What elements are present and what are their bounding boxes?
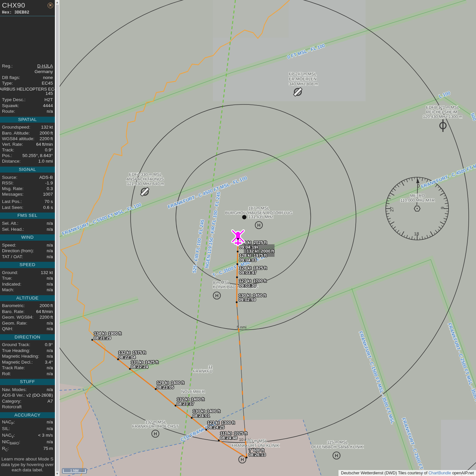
svg-text:1 NM: 1 NM bbox=[70, 469, 78, 473]
svg-text:18: 18 bbox=[414, 231, 419, 236]
svg-text:08:21:29: 08:21:29 bbox=[94, 336, 111, 340]
svg-text:131 kt 1425 ft: 131 kt 1425 ft bbox=[131, 360, 159, 365]
svg-text:EDFB 121 m MSL: EDFB 121 m MSL bbox=[426, 105, 459, 110]
svg-text:132 kt 1400 ft: 132 kt 1400 ft bbox=[177, 397, 205, 402]
svg-text:120.430 MHz 1300 m: 120.430 MHz 1300 m bbox=[423, 114, 462, 119]
svg-text:EDFA 330 m MSL: EDFA 330 m MSL bbox=[129, 172, 162, 177]
svg-text:09:02:59: 09:02:59 bbox=[239, 297, 256, 302]
svg-text:187 m MSL: 187 m MSL bbox=[248, 206, 269, 211]
svg-text:OFFENBACH SANA-KLINIK: OFFENBACH SANA-KLINIK bbox=[311, 445, 364, 449]
svg-text:H: H bbox=[257, 222, 260, 228]
svg-text:ER-MOERLEN: ER-MOERLEN bbox=[289, 77, 316, 81]
svg-text:08:22:04: 08:22:04 bbox=[118, 355, 136, 360]
svg-text:115 m MSL: 115 m MSL bbox=[327, 440, 348, 445]
svg-text:H: H bbox=[335, 453, 338, 458]
svg-text:REICHELSHEIM: REICHELSHEIM bbox=[426, 110, 457, 114]
svg-text:08:23:37: 08:23:37 bbox=[177, 401, 194, 406]
svg-text:132 kt 1575 ft: 132 kt 1575 ft bbox=[118, 350, 146, 355]
svg-text:09:04:19: 09:04:19 bbox=[239, 245, 257, 250]
svg-text:27: 27 bbox=[389, 207, 394, 212]
svg-text:131.435 MHz: 131.435 MHz bbox=[249, 215, 273, 219]
svg-text:128 kt 1975 ft: 128 kt 1975 ft bbox=[239, 253, 267, 258]
svg-text:FRANKFURT HOECHST: FRANKFURT HOECHST bbox=[132, 424, 178, 429]
svg-text:128 kt 1825 ft: 128 kt 1825 ft bbox=[239, 265, 267, 270]
svg-text:134 kt 1900 ft: 134 kt 1900 ft bbox=[94, 331, 122, 336]
svg-text:340 MHz 808 m: 340 MHz 808 m bbox=[289, 82, 318, 86]
svg-text:FP 247 m MSL: FP 247 m MSL bbox=[289, 72, 316, 76]
svg-text:132 m MSL: 132 m MSL bbox=[145, 420, 166, 424]
svg-text:08:22:24: 08:22:24 bbox=[131, 364, 148, 369]
svg-text:H: H bbox=[241, 457, 244, 462]
svg-text:08:23:05: 08:23:05 bbox=[157, 385, 174, 390]
svg-text:H: H bbox=[215, 293, 218, 298]
svg-text:NOVEMBER: NOVEMBER bbox=[181, 389, 205, 394]
svg-text:127 kt 1700 ft: 127 kt 1700 ft bbox=[239, 278, 267, 283]
svg-text:FRANKFU: FRANKFU bbox=[193, 369, 213, 374]
svg-text:09:04:03: 09:04:03 bbox=[239, 258, 257, 262]
svg-text:09:03:47: 09:03:47 bbox=[239, 270, 257, 275]
svg-text:H: H bbox=[154, 431, 157, 436]
svg-text:11: 11 bbox=[208, 365, 213, 369]
svg-text:130 kt 1400 ft: 130 kt 1400 ft bbox=[193, 409, 220, 414]
svg-text:08:24:01: 08:24:01 bbox=[193, 413, 210, 418]
svg-text:FRANKFURT UNI-KLINIK: FRANKFURT UNI-KLINIK bbox=[232, 443, 280, 448]
svg-text:? 600 ft: ? 600 ft bbox=[249, 448, 264, 453]
svg-text:6: 6 bbox=[440, 207, 445, 209]
svg-text:ANSPACH/TAUNUS: ANSPACH/TAUNUS bbox=[126, 177, 164, 181]
svg-text:METRO: METRO bbox=[410, 193, 425, 198]
svg-text:111 kt 1025 ft: 111 kt 1025 ft bbox=[220, 431, 247, 436]
svg-text:110.000 MHz MTR: 110.000 MHz MTR bbox=[400, 198, 435, 203]
svg-text:08:26:13: 08:26:13 bbox=[249, 452, 266, 457]
svg-text:08:24:25: 08:24:25 bbox=[207, 425, 224, 430]
svg-text:123 kt 1300 ft: 123 kt 1300 ft bbox=[207, 420, 235, 425]
svg-text:121.030 MHz 640 m: 121.030 MHz 640 m bbox=[127, 181, 164, 186]
svg-text:8 m MSL: 8 m MSL bbox=[213, 280, 229, 285]
svg-text:08:24:48: 08:24:48 bbox=[220, 435, 237, 440]
svg-text:129 kt 1400 ft: 129 kt 1400 ft bbox=[157, 380, 184, 385]
svg-text:09:03:30: 09:03:30 bbox=[239, 283, 256, 288]
svg-text:103 m MSL: 103 m MSL bbox=[246, 439, 267, 443]
